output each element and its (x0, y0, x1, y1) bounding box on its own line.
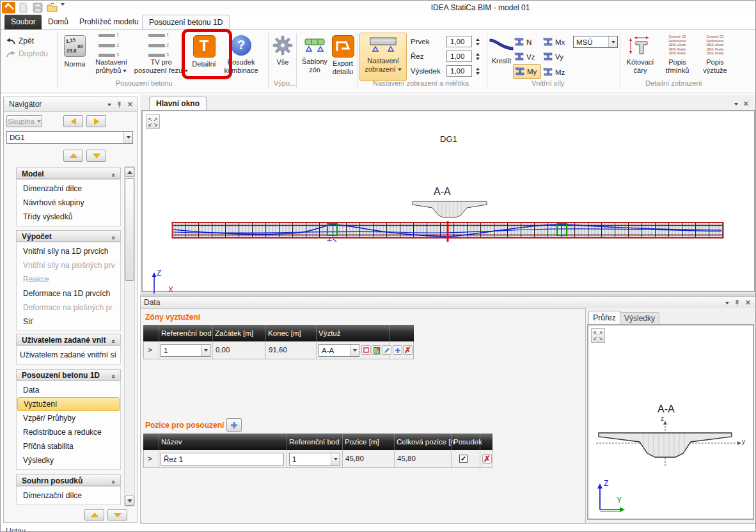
prev-group-button[interactable] (63, 115, 83, 127)
position-add-button[interactable] (226, 418, 242, 432)
nav-item-pricna-stabilita[interactable]: Příčná stabilita (17, 439, 120, 453)
popis-vyztuze-button[interactable]: Concrete: C3Reinforcemer 2Ø16, elevati1Ø… (698, 35, 732, 74)
main-canvas[interactable]: DG1 A-A (141, 110, 755, 292)
norma-button[interactable]: 1,15 90 25.8 Norma (61, 35, 89, 68)
nav-item-souhrn-dimenzacni-dilce[interactable]: Dimenzační dílce (17, 489, 120, 503)
zones-reinf-combo[interactable]: A-A (319, 344, 359, 357)
section-canvas[interactable]: A-A z y (587, 324, 754, 520)
nav-item-vnitrni-sily-plosne[interactable]: Vnitřní síly na plošných prv (17, 258, 120, 272)
force-mx-button[interactable]: Mx Mx (543, 35, 570, 49)
nastaveni-zobrazeni-button[interactable]: Nastavení zobrazení (359, 33, 407, 81)
zoom-fit-button[interactable] (146, 114, 160, 129)
zones-end-value[interactable]: 91,60 (269, 346, 287, 354)
open-button[interactable] (47, 3, 58, 15)
nav-item-data[interactable]: Data (17, 383, 120, 397)
nav-item-sit[interactable]: Síť (17, 315, 120, 329)
detailni-button[interactable]: T Detailní (190, 35, 218, 68)
nav-bottom-down-button[interactable] (107, 509, 127, 520)
group-combo[interactable]: DG1 (6, 131, 133, 144)
position-total-value[interactable]: 45,80 (397, 455, 416, 462)
skupina-dropdown[interactable]: Skupina (6, 115, 42, 127)
zone-delete-button[interactable]: ✗ (403, 345, 413, 355)
zone-frame-button[interactable] (361, 345, 371, 355)
popis-trminku-button[interactable]: Concrete: C3Reinforcemer 2Ø16, elevati1Ø… (661, 35, 694, 74)
row-selector-icon[interactable]: > (148, 346, 152, 354)
scroll-up-button[interactable] (125, 167, 134, 177)
nav-section-posouzeni-betonu[interactable]: Posouzení betonu 1D« (16, 369, 121, 380)
nav-section-vypocet[interactable]: Výpočet« (16, 230, 121, 242)
spinner-prvek[interactable]: 1,00 (446, 36, 472, 47)
nav-item-navrhove-skupiny[interactable]: Návrhové skupiny (17, 196, 120, 210)
limit-state-combo[interactable]: MSÚ (573, 36, 618, 48)
export-detailu-button[interactable]: Export detailu (329, 35, 356, 75)
nav-item-dimenzacni-dilce[interactable]: Dimenzační dílce (17, 182, 120, 196)
move-down-button[interactable] (86, 150, 106, 162)
position-refpoint-combo[interactable]: 1 (289, 453, 340, 465)
position-pos-value[interactable]: 45,80 (345, 455, 364, 462)
spinner-rez[interactable]: 1,00 (446, 51, 472, 62)
nav-item-vzper-pruhyby[interactable]: Vzpěr/ Průhyby (17, 411, 120, 425)
spinner-rez-arrows[interactable] (474, 51, 481, 62)
nav-item-uzivatelem-vnitrni-sily[interactable]: Uživatelem zadané vnitřní sí (17, 348, 120, 362)
nastaveni-pruhybu-button[interactable]: 1 2 3 Nastavení průhybů (90, 35, 132, 74)
spinner-vysledek-arrows[interactable] (474, 65, 481, 77)
kreslit-button[interactable]: Kreslit (489, 35, 514, 65)
scroll-thumb[interactable] (125, 178, 134, 281)
row-selector-icon[interactable]: > (148, 455, 152, 462)
new-file-button[interactable] (19, 3, 28, 15)
redo-button[interactable]: Dopředu (6, 49, 48, 58)
position-name-cell[interactable]: Řez 1 (161, 453, 284, 465)
nav-bottom-up-button[interactable] (84, 509, 104, 520)
zoom-fit-button[interactable] (591, 328, 605, 343)
position-delete-button[interactable]: ✗ (482, 454, 492, 464)
tab-prurez[interactable]: Průřez (588, 311, 620, 325)
nav-scrollbar[interactable] (124, 166, 135, 506)
force-n-button[interactable]: N N (514, 35, 541, 49)
zone-edit-button[interactable] (382, 345, 391, 355)
posudek-checkbox[interactable] (459, 455, 468, 463)
vse-button[interactable]: Vše (271, 35, 295, 66)
pin-icon[interactable] (734, 299, 740, 307)
tab-prohlizec-modelu[interactable]: Prohlížeč modelu (73, 15, 145, 29)
nav-item-vysledky[interactable]: Výsledky (17, 453, 120, 467)
force-my-button[interactable]: My My (513, 64, 541, 79)
tab-domu[interactable]: Domů (42, 15, 75, 29)
close-icon[interactable]: ✕ (743, 100, 749, 108)
nav-item-reakce[interactable]: Reakce (17, 272, 120, 286)
tab-posouzeni-betonu-1d[interactable]: Posouzení betonu 1D (142, 15, 230, 30)
zones-start-value[interactable]: 0,00 (216, 346, 230, 354)
move-up-button[interactable] (63, 150, 83, 162)
nav-item-tridy-vysledku[interactable]: Třídy výsledků (17, 210, 120, 224)
nav-section-model[interactable]: Model« (16, 168, 121, 179)
nav-item-deformace-plosne[interactable]: Deformace na plošných pr (17, 301, 120, 315)
posudek-kombinace-button[interactable]: ? Posudek kombinace (221, 35, 262, 74)
zone-add-button[interactable] (393, 345, 402, 355)
panel-menu-icon[interactable] (734, 103, 738, 106)
tab-hlavni-okno[interactable]: Hlavní okno (149, 97, 207, 111)
spinner-vysledek[interactable]: 1,00 (446, 65, 472, 77)
save-button[interactable] (33, 3, 43, 15)
nav-item-vnitrni-sily-1d[interactable]: Vnitřní síly na 1D prvcích (17, 244, 120, 258)
force-mz-button[interactable]: Mz Mz (543, 65, 570, 79)
tab-vysledky[interactable]: Výsledky (620, 312, 659, 325)
scroll-down-button[interactable] (125, 496, 134, 506)
close-icon[interactable]: ✕ (127, 100, 133, 109)
nav-section-souhrn[interactable]: Souhrn posudků« (16, 474, 121, 486)
force-vz-button[interactable]: Vz Vz (514, 50, 541, 63)
close-icon[interactable]: ✕ (745, 299, 751, 307)
undo-button[interactable]: Zpět (6, 36, 34, 45)
zones-refpoint-combo[interactable]: 1 (161, 344, 210, 357)
nav-item-vyztuzeni[interactable]: Vyztužení (17, 397, 120, 411)
nav-item-deformace-1d[interactable]: Deformace na 1D prvcích (17, 286, 120, 301)
sablony-zon-button[interactable]: Šablony zón (299, 35, 331, 74)
zone-template-apply-button[interactable] (372, 345, 381, 355)
tv-pro-posouzeni-rezu-button[interactable]: 1 2 3 TV pro posouzení řezu (134, 35, 189, 74)
panel-menu-icon[interactable] (725, 302, 729, 304)
kotovaci-cary-button[interactable]: Kótovací čáry (622, 35, 658, 74)
pin-icon[interactable] (116, 101, 122, 109)
nav-section-uzivatelem[interactable]: Uživatelem zadané vnit« (16, 334, 121, 345)
panel-menu-icon[interactable] (107, 104, 111, 106)
tab-soubor[interactable]: Soubor (4, 15, 42, 29)
next-group-button[interactable] (86, 115, 106, 127)
force-vy-button[interactable]: Vy Vy (543, 50, 570, 63)
